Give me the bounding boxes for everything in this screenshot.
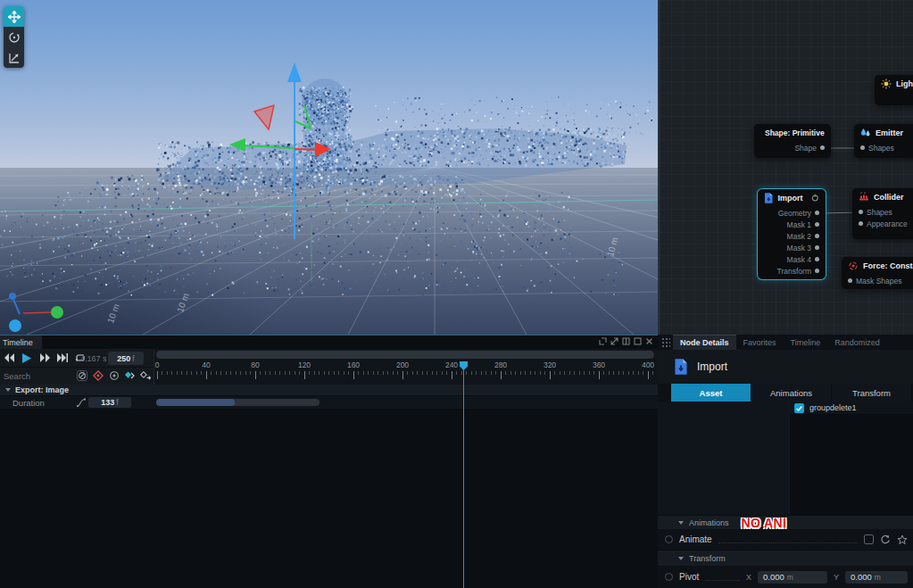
pivot-keyable-radio[interactable] — [665, 573, 673, 581]
timeline-ruler-numbers: 04080120160200240280320360400 — [154, 360, 658, 370]
auto-key-button[interactable] — [91, 369, 104, 382]
check-icon — [795, 404, 803, 412]
undock-icon[interactable] — [599, 337, 607, 345]
animate-keyable-radio[interactable] — [665, 535, 673, 543]
asset-content-area: groupdelete1 — [658, 402, 913, 515]
maximize-icon[interactable] — [634, 337, 642, 345]
node-emitter[interactable]: Emitter Shapes Emitter — [854, 124, 913, 158]
export-section-row[interactable]: Export: Image — [0, 385, 658, 396]
timeline-ruler-ticks[interactable] — [154, 371, 658, 382]
port-dot[interactable] — [859, 210, 863, 214]
pivot-y-field[interactable]: 0.000 m — [845, 571, 908, 584]
node-shape-primitive[interactable]: Shape: Primitive Shape — [754, 124, 831, 158]
node-light[interactable]: Light: Di — [875, 75, 913, 105]
search-input[interactable] — [0, 369, 75, 383]
split-icon[interactable] — [622, 337, 630, 345]
animations-section-header[interactable]: Animations NO ANI — [658, 515, 913, 529]
power-icon[interactable] — [811, 194, 819, 202]
close-icon[interactable] — [645, 337, 653, 345]
tab-timeline[interactable]: Timeline — [0, 335, 42, 349]
favorite-star-icon[interactable] — [897, 534, 908, 545]
node-force-constant[interactable]: Force: Constant Mask Shapes Force — [842, 257, 913, 289]
node-details-panel: Node Details Favorites Timeline Randomiz… — [658, 335, 913, 588]
port-dot[interactable] — [815, 245, 819, 250]
port-dot[interactable] — [860, 145, 865, 150]
tab-randomized[interactable]: Randomized — [827, 335, 887, 350]
tab-node-details[interactable]: Node Details — [673, 335, 736, 350]
node-title: Light: Di — [896, 79, 913, 88]
port-dot[interactable] — [815, 269, 819, 273]
subtab-transform[interactable]: Transform — [832, 384, 912, 402]
orientation-gizmo[interactable] — [2, 290, 82, 335]
ruler-label: 0 — [155, 360, 160, 369]
duration-value-field[interactable]: 133 f — [88, 397, 131, 408]
disable-keys-button[interactable] — [75, 369, 88, 382]
port-label: Appearance — [867, 219, 908, 228]
next-keyframe-button[interactable] — [123, 369, 137, 382]
collapse-caret-icon[interactable] — [678, 521, 684, 525]
duration-label: Duration — [12, 398, 45, 408]
viewport-3d[interactable]: 10 m 10 m 10 m — [0, 0, 658, 335]
pivot-y-axis-label: Y — [834, 573, 839, 582]
timeline-scrollbar[interactable] — [156, 351, 654, 359]
resize-icon[interactable] — [610, 337, 618, 345]
jump-end-button[interactable] — [55, 352, 70, 364]
scale-tool-button[interactable] — [4, 47, 24, 68]
node-title: Force: Constant — [863, 261, 913, 270]
tab-timeline[interactable]: Timeline — [784, 335, 828, 350]
port-label: Mask 4 — [787, 255, 811, 264]
node-import[interactable]: Import Geometry Mask 1 Mask 2 Mask 3 Mas… — [758, 189, 826, 279]
slash-circle-icon — [77, 370, 87, 381]
move-tool-button[interactable] — [4, 6, 24, 27]
port-dot[interactable] — [848, 278, 852, 283]
transform-gizmo[interactable] — [228, 61, 344, 248]
gizmo-x-axis — [242, 145, 295, 148]
asset-item-label: groupdelete1 — [809, 403, 857, 412]
node-graph[interactable]: Light: Di Shape: Primitive Shape — [658, 0, 913, 335]
ruler-label: 80 — [251, 360, 259, 369]
port-dot[interactable] — [815, 211, 819, 215]
node-title: Collider — [874, 193, 904, 202]
keyframe-insert-icon — [140, 370, 152, 381]
asset-checkbox[interactable] — [794, 403, 804, 413]
playhead-line — [463, 361, 464, 588]
tab-favorites[interactable]: Favorites — [736, 335, 784, 350]
rotate-icon — [8, 31, 21, 44]
animate-checkbox[interactable] — [864, 534, 874, 544]
step-forward-button[interactable] — [37, 352, 52, 364]
frame-count-field[interactable]: 250 f — [108, 352, 144, 365]
insert-keyframe-button[interactable] — [139, 369, 153, 382]
port-dot[interactable] — [815, 222, 819, 227]
subtab-asset[interactable]: Asset — [671, 384, 751, 402]
pivot-x-field[interactable]: 0.000 m — [758, 571, 827, 584]
timeline-track-header[interactable]: 04080120160200240280320360400 — [154, 349, 658, 385]
jump-start-button[interactable] — [2, 352, 16, 364]
animate-label: Animate — [679, 534, 712, 544]
port-dot[interactable] — [815, 257, 819, 261]
application-window: 10 m 10 m 10 m — [0, 0, 913, 588]
subtab-animations[interactable]: Animations — [751, 384, 832, 402]
port-dot[interactable] — [859, 221, 863, 226]
dotted-leader — [705, 580, 740, 581]
duration-track-bar[interactable] — [156, 399, 320, 406]
panel-grip-icon[interactable] — [661, 337, 670, 347]
collapse-caret-icon[interactable] — [5, 388, 11, 392]
import-file-icon — [764, 193, 773, 203]
ruler-label: 280 — [494, 360, 507, 369]
port-dot[interactable] — [820, 145, 825, 150]
port-label: Mask 2 — [787, 232, 811, 241]
asset-list-item[interactable]: groupdelete1 — [790, 402, 913, 415]
pivot-label: Pivot — [679, 572, 699, 582]
play-button[interactable] — [20, 352, 34, 364]
jump-start-icon — [4, 353, 14, 362]
curve-icon[interactable] — [77, 398, 86, 407]
orientation-z-ball — [9, 293, 16, 300]
record-key-button[interactable] — [107, 369, 120, 382]
details-tabstrip: Node Details Favorites Timeline Randomiz… — [658, 335, 913, 350]
node-collider[interactable]: Collider Shapes Collider Appearance — [852, 188, 913, 239]
collapse-caret-icon[interactable] — [678, 557, 684, 560]
rotate-tool-button[interactable] — [4, 27, 24, 47]
transform-section-header[interactable]: Transform — [658, 550, 913, 566]
port-dot[interactable] — [815, 234, 819, 238]
reset-icon[interactable] — [880, 534, 891, 545]
